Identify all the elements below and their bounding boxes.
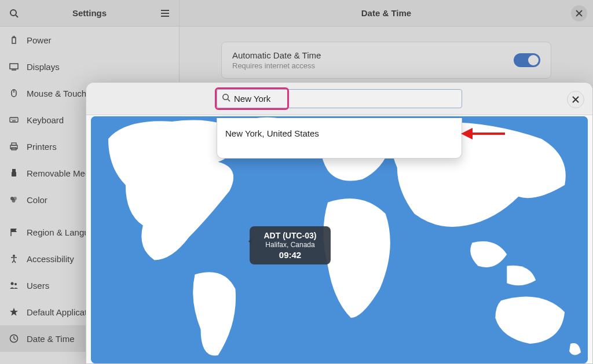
dialog-close-button[interactable] [567,91,584,108]
svg-line-36 [228,99,230,101]
search-icon [222,93,230,104]
search-result-item[interactable]: New York, United States [217,124,462,143]
tooltip-time: 09:42 [258,250,323,260]
timezone-search-box[interactable] [217,89,462,108]
dialog-header: New York, United States [86,83,592,115]
search-results-dropdown: New York, United States [217,118,462,159]
timezone-search-input[interactable] [234,94,457,104]
tooltip-tz: ADT (UTC-03) [258,231,323,240]
svg-point-35 [223,94,228,100]
tooltip-location: Halifax, Canada [258,241,323,249]
arrow-annotation [460,126,506,144]
timezone-tooltip: ADT (UTC-03) Halifax, Canada 09:42 [250,226,331,264]
timezone-dialog: New York, United States [86,82,593,364]
